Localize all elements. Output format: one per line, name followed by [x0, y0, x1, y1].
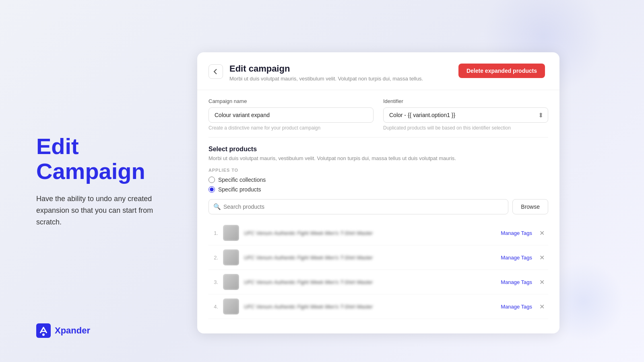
product-num-2: 2. [210, 255, 218, 261]
radio-collections-input[interactable] [208, 177, 215, 183]
product-num-3: 3. [210, 279, 218, 285]
product-name-2: UFC Venum Authentic Fight Week Men's T-S… [244, 255, 496, 261]
table-row: 4. UFC Venum Authentic Fight Week Men's … [208, 294, 548, 319]
header-left: Edit campaign Morbi ut duis volutpat mau… [208, 64, 423, 82]
product-thumb-2 [223, 249, 239, 265]
radio-collections-label: Specific collections [218, 177, 266, 183]
product-thumb-4 [223, 298, 239, 315]
product-list: 1. UFC Venum Authentic Fight Week Men's … [208, 221, 548, 319]
identifier-select[interactable]: Color - {{ variant.option1 }} [383, 107, 548, 123]
table-row: 1. UFC Venum Authentic Fight Week Men's … [208, 221, 548, 245]
delete-expanded-products-button[interactable]: Delete expanded products [458, 64, 545, 78]
hero-title: Edit Campaign [36, 134, 189, 183]
remove-product-button-1[interactable]: ✕ [537, 228, 547, 238]
remove-product-button-2[interactable]: ✕ [537, 253, 547, 262]
campaign-name-label: Campaign name [208, 98, 374, 104]
svg-point-1 [42, 333, 45, 336]
identifier-select-wrapper: Color - {{ variant.option1 }} ⬍ [383, 107, 548, 123]
product-num-1: 1. [210, 230, 218, 236]
radio-specific-products[interactable]: Specific products [208, 186, 548, 193]
identifier-group: Identifier Color - {{ variant.option1 }}… [383, 98, 548, 131]
campaign-name-input[interactable] [208, 107, 374, 123]
product-name-3: UFC Venum Authentic Fight Week Men's T-S… [244, 279, 496, 285]
radio-products-label: Specific products [218, 186, 261, 193]
remove-product-button-3[interactable]: ✕ [537, 277, 547, 287]
table-row: 3. UFC Venum Authentic Fight Week Men's … [208, 270, 548, 294]
hero-title-line1: Edit [36, 134, 79, 159]
left-panel: Edit Campaign Have the ability to undo a… [36, 134, 189, 228]
manage-tags-button-4[interactable]: Manage Tags [501, 304, 532, 310]
hero-description: Have the ability to undo any created exp… [36, 193, 173, 228]
product-thumb-3 [223, 274, 239, 290]
header-title-group: Edit campaign Morbi ut duis volutpat mau… [229, 64, 423, 82]
products-section-desc: Morbi ut duis volutpat mauris, vestibulu… [208, 155, 548, 161]
applies-to-label: APPLIES TO [208, 168, 548, 173]
manage-tags-button-3[interactable]: Manage Tags [501, 279, 532, 285]
search-input-wrapper: 🔍 [208, 199, 508, 214]
manage-tags-button-1[interactable]: Manage Tags [501, 230, 532, 236]
back-arrow-icon [213, 68, 219, 75]
page-title: Edit campaign [229, 64, 423, 74]
remove-product-button-4[interactable]: ✕ [537, 302, 547, 311]
card-body: Campaign name Create a distinctive name … [197, 90, 559, 325]
search-products-input[interactable] [208, 199, 508, 214]
product-thumb-1 [223, 225, 239, 241]
campaign-name-hint: Create a distinctive name for your produ… [208, 125, 374, 131]
card-header: Edit campaign Morbi ut duis volutpat mau… [197, 52, 559, 90]
product-name-4: UFC Venum Authentic Fight Week Men's T-S… [244, 304, 496, 310]
products-section: Select products Morbi ut duis volutpat m… [208, 138, 548, 325]
campaign-name-group: Campaign name Create a distinctive name … [208, 98, 374, 131]
search-icon: 🔍 [213, 203, 221, 210]
logo-text: Xpander [55, 325, 90, 336]
identifier-label: Identifier [383, 98, 548, 104]
search-row: 🔍 Browse [208, 199, 548, 214]
product-num-4: 4. [210, 304, 218, 310]
form-row: Campaign name Create a distinctive name … [208, 98, 548, 131]
campaign-form-section: Campaign name Create a distinctive name … [208, 90, 548, 138]
product-name-1: UFC Venum Authentic Fight Week Men's T-S… [244, 230, 496, 236]
manage-tags-button-2[interactable]: Manage Tags [501, 255, 532, 261]
browse-button[interactable]: Browse [512, 199, 548, 214]
radio-specific-collections[interactable]: Specific collections [208, 177, 548, 183]
main-card: Edit campaign Morbi ut duis volutpat mau… [197, 52, 559, 333]
back-button[interactable] [208, 64, 223, 79]
products-section-title: Select products [208, 146, 548, 153]
radio-group: Specific collections Specific products [208, 177, 548, 193]
table-row: 2. UFC Venum Authentic Fight Week Men's … [208, 245, 548, 270]
hero-title-line2: Campaign [36, 158, 145, 184]
logo-area: Xpander [36, 323, 90, 338]
page-subtitle: Morbi ut duis volutpat mauris, vestibulu… [229, 76, 423, 82]
radio-products-input[interactable] [208, 186, 215, 193]
identifier-hint: Duplicated products will be based on thi… [383, 125, 548, 131]
logo-icon [36, 323, 51, 338]
